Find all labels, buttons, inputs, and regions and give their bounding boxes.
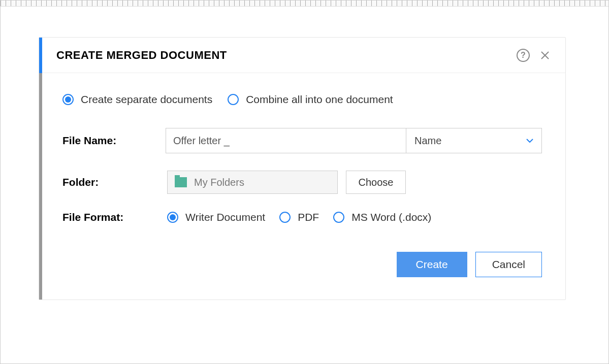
radio-writer-document[interactable]: Writer Document xyxy=(167,211,265,223)
cancel-button[interactable]: Cancel xyxy=(475,252,542,277)
file-format-label: File Format: xyxy=(62,211,167,223)
radio-icon xyxy=(167,212,178,223)
folder-controls: My Folders Choose xyxy=(167,171,406,194)
dialog-body: Create separate documents Combine all in… xyxy=(39,73,565,300)
radio-label: Combine all into one document xyxy=(246,93,393,106)
folder-name: My Folders xyxy=(194,177,244,188)
file-format-options: Writer Document PDF MS Word (.docx) xyxy=(167,211,431,223)
create-button[interactable]: Create xyxy=(397,252,467,277)
folder-display: My Folders xyxy=(167,171,338,194)
merge-dialog: CREATE MERGED DOCUMENT ? Create separate… xyxy=(39,37,566,300)
file-name-label: File Name: xyxy=(62,135,166,147)
folder-label: Folder: xyxy=(62,176,167,188)
radio-icon xyxy=(62,94,74,105)
radio-combine-documents[interactable]: Combine all into one document xyxy=(228,93,393,106)
ruler xyxy=(1,1,608,7)
file-name-input-group: Name xyxy=(166,128,542,153)
radio-label: PDF xyxy=(298,211,319,223)
radio-ms-word[interactable]: MS Word (.docx) xyxy=(333,211,431,223)
radio-icon xyxy=(333,212,344,223)
file-format-row: File Format: Writer Document PDF MS Word… xyxy=(62,211,542,223)
file-name-input[interactable] xyxy=(166,128,406,153)
folder-icon xyxy=(175,177,187,187)
chevron-down-icon xyxy=(526,139,533,143)
dialog-accent xyxy=(39,38,42,73)
close-icon[interactable] xyxy=(539,49,551,61)
dialog-header: CREATE MERGED DOCUMENT ? xyxy=(39,38,565,73)
radio-icon xyxy=(228,94,239,105)
dialog-side-bar xyxy=(39,38,42,300)
radio-separate-documents[interactable]: Create separate documents xyxy=(62,93,212,106)
radio-label: Create separate documents xyxy=(81,93,212,106)
radio-label: Writer Document xyxy=(185,211,265,223)
file-name-variable-select[interactable]: Name xyxy=(406,128,542,153)
dialog-footer: Create Cancel xyxy=(62,252,542,277)
dialog-header-actions: ? xyxy=(517,49,551,62)
mode-radio-group: Create separate documents Combine all in… xyxy=(62,93,542,106)
folder-row: Folder: My Folders Choose xyxy=(62,171,542,194)
select-value: Name xyxy=(414,135,441,147)
help-icon[interactable]: ? xyxy=(517,49,530,62)
choose-folder-button[interactable]: Choose xyxy=(346,171,406,194)
radio-pdf[interactable]: PDF xyxy=(279,211,319,223)
radio-label: MS Word (.docx) xyxy=(351,211,431,223)
dialog-title: CREATE MERGED DOCUMENT xyxy=(56,49,227,62)
radio-icon xyxy=(279,212,291,223)
file-name-row: File Name: Name xyxy=(62,128,542,153)
